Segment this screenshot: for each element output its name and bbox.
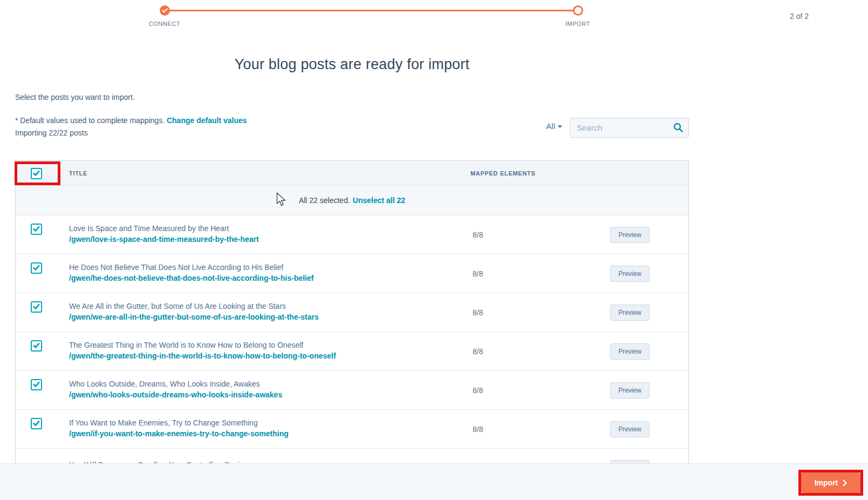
annotation-highlight-import-button [798,470,863,496]
selection-summary-row: All 22 selected. Unselect all 22 [16,186,688,215]
selection-summary-text: All 22 selected. [299,196,350,205]
stepper-progress-line [165,10,578,11]
table-row: Who Looks Outside, Dreams, Who Looks Ins… [16,371,688,410]
annotation-highlight-select-all-checkbox [15,161,60,185]
search-icon[interactable] [673,122,684,133]
row-checkbox[interactable] [31,301,42,313]
check-icon [33,421,40,427]
import-wizard-page: CONNECT IMPORT 2 of 2 Your blog posts ar… [0,0,868,500]
post-title: The Greatest Thing in The World is to Kn… [69,341,336,350]
row-checkbox[interactable] [31,340,42,352]
preview-button[interactable]: Preview [610,266,650,282]
check-icon [162,8,168,13]
check-icon [33,343,40,349]
preview-button[interactable]: Preview [610,227,650,243]
post-url-link[interactable]: /gwen/the-greatest-thing-in-the-world-is… [69,352,336,361]
step-import-indicator [573,5,583,16]
search-input[interactable] [570,118,689,138]
mapped-elements-value: 8/8 [473,308,483,317]
table-row: He Does Not Believe That Does Not Live A… [16,254,688,293]
check-icon [33,382,40,388]
preview-button[interactable]: Preview [610,382,650,398]
table-header-row: TITLE MAPPED ELEMENTS [16,161,688,186]
chevron-down-icon [558,125,562,128]
change-default-values-link[interactable]: Change default values [167,116,247,125]
row-checkbox[interactable] [31,224,42,235]
step-import-label: IMPORT [545,21,610,27]
mapped-elements-value: 8/8 [473,231,483,239]
post-title: He Does Not Believe That Does Not Live A… [69,263,313,272]
mapped-elements-value: 8/8 [473,269,483,278]
post-title: We Are All in the Gutter, but Some of Us… [69,302,319,311]
mapped-elements-value: 8/8 [473,386,483,395]
default-values-text: * Default values used to complete mappin… [15,116,165,125]
importing-count-text: Importing 22/22 posts [15,129,88,137]
table-row: The Greatest Thing in The World is to Kn… [16,332,688,371]
step-connect-label: CONNECT [132,21,197,27]
row-checkbox[interactable] [31,262,42,274]
preview-button[interactable]: Preview [610,343,650,360]
table-row: We Are All in the Gutter, but Some of Us… [16,293,688,332]
default-values-note: * Default values used to complete mappin… [15,116,247,125]
unselect-all-link[interactable]: Unselect all 22 [353,196,405,205]
post-url-link[interactable]: /gwen/we-are-all-in-the-gutter-but-some-… [69,313,319,322]
post-title: If You Want to Make Enemies, Try to Chan… [69,418,289,428]
row-checkbox[interactable] [31,418,42,429]
post-title: Who Looks Outside, Dreams, Who Looks Ins… [69,380,282,389]
step-connect-indicator [160,5,170,16]
table-row: If You Want to Make Enemies, Try to Chan… [16,410,688,449]
posts-table: TITLE MAPPED ELEMENTS All 22 selected. U… [15,160,689,500]
footer-bar [0,463,868,500]
all-filter-dropdown[interactable]: All [534,121,562,131]
row-checkbox[interactable] [31,379,42,390]
column-header-title: TITLE [69,161,87,186]
mapped-elements-value: 8/8 [473,425,483,434]
all-filter-label: All [546,121,555,131]
preview-button[interactable]: Preview [610,305,650,321]
post-title: Love Is Space and Time Measured by the H… [69,224,259,233]
check-icon [33,226,40,232]
step-progress-count: 2 of 2 [790,12,809,21]
preview-button[interactable]: Preview [610,421,650,437]
check-icon [33,304,40,310]
search-box [570,118,689,138]
post-url-link[interactable]: /gwen/if-you-want-to-make-enemies-try-to… [69,429,289,438]
mouse-cursor [276,192,288,207]
mapped-elements-value: 8/8 [473,347,483,356]
post-url-link[interactable]: /gwen/who-looks-outside-dreams-who-looks… [69,390,282,400]
page-title: Your blog posts are ready for import [15,56,689,73]
post-url-link[interactable]: /gwen/love-is-space-and-time-measured-by… [69,235,259,244]
table-row: Love Is Space and Time Measured by the H… [16,215,688,254]
select-posts-text: Select the posts you want to import. [15,93,135,102]
column-header-mapped-elements: MAPPED ELEMENTS [470,161,536,186]
post-url-link[interactable]: /gwen/he-does-not-believe-that-does-not-… [69,274,313,283]
check-icon [33,265,40,271]
